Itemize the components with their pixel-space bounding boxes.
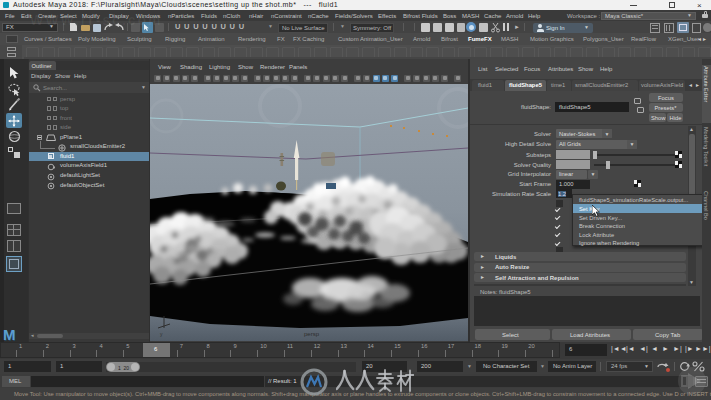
svg-text:persp: persp: [304, 331, 320, 337]
